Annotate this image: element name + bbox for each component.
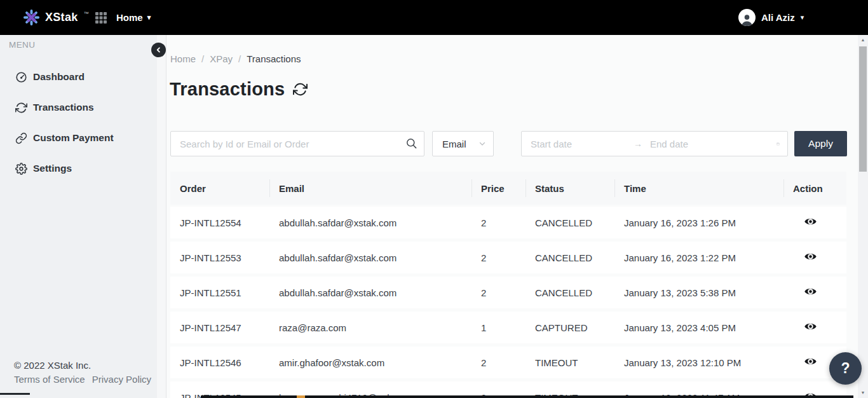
view-transaction-button[interactable]	[804, 215, 817, 228]
view-transaction-button[interactable]	[804, 355, 817, 368]
page-title-row: Transactions	[170, 79, 308, 100]
scroll-down-arrow-icon[interactable]: ▼	[858, 390, 868, 395]
column-header-email: Email	[269, 172, 471, 205]
column-header-status: Status	[526, 172, 614, 205]
cell-status: CANCELLED	[526, 252, 614, 263]
avatar	[738, 9, 756, 26]
start-date-input[interactable]	[531, 139, 634, 149]
cell-order: JP-INTL12553	[170, 252, 269, 263]
sidebar-item-label: Dashboard	[33, 71, 85, 83]
scroll-up-arrow-icon[interactable]: ▲	[858, 38, 868, 42]
cell-order: JP-INTL12554	[170, 217, 269, 228]
column-header-action: Action	[783, 172, 846, 205]
cell-status: CANCELLED	[526, 217, 614, 228]
privacy-policy-link[interactable]: Privacy Policy	[92, 374, 151, 385]
breadcrumb: Home / XPay / Transactions	[170, 53, 301, 64]
cell-time: January 16, 2023 1:22 PM	[614, 252, 783, 263]
sidebar-item-settings[interactable]: Settings	[0, 160, 153, 177]
table-row: JP-INTL12551 abdullah.safdar@xstak.com 2…	[170, 277, 846, 308]
column-header-time: Time	[614, 172, 783, 205]
column-header-order: Order	[170, 172, 269, 205]
search-type-selected-value: Email	[442, 139, 466, 149]
calendar-icon	[776, 139, 780, 149]
cell-email: abdullah.safdar@xstak.com	[269, 287, 471, 298]
copyright-text: © 2022 XStak Inc.	[14, 360, 91, 371]
chevron-down-icon: ▾	[801, 13, 804, 22]
cell-order: JP-INTL12546	[170, 357, 269, 368]
sidebar-item-custom-payment[interactable]: Custom Payment	[0, 130, 153, 146]
user-menu[interactable]: Ali Aziz ▾	[738, 0, 804, 35]
sidebar-menu-label: MENU	[9, 40, 35, 50]
breadcrumb-xpay[interactable]: XPay	[210, 53, 233, 64]
eye-icon	[804, 215, 817, 228]
horizontal-scrollbar-marker	[297, 395, 305, 398]
refresh-button[interactable]	[293, 82, 308, 97]
breadcrumb-home[interactable]: Home	[170, 53, 196, 64]
table-header: Order Email Price Status Time Action	[170, 172, 846, 205]
brand-logo[interactable]: XStak™	[23, 0, 88, 35]
sidebar: MENU Dashboard Transactions Custom Payme	[0, 35, 166, 398]
eye-icon	[804, 320, 817, 333]
cell-price: 2	[471, 252, 526, 263]
cell-action	[783, 320, 846, 335]
table-body: JP-INTL12554 abdullah.safdar@xstak.com 2…	[170, 207, 846, 398]
table-row: JP-INTL12553 abdullah.safdar@xstak.com 2…	[170, 242, 846, 273]
sidebar-item-dashboard[interactable]: Dashboard	[0, 69, 153, 85]
end-date-input[interactable]	[650, 139, 776, 149]
cell-status: TIMEOUT	[526, 357, 614, 368]
dashboard-gauge-icon	[15, 71, 27, 83]
sidebar-item-transactions[interactable]: Transactions	[0, 99, 153, 116]
date-range-picker[interactable]: →	[521, 131, 788, 156]
app-window: XStak™ Home ▾ Ali Aziz ▾	[0, 0, 868, 398]
column-header-price: Price	[471, 172, 526, 205]
sidebar-footer-links: Terms of Service Privacy Policy	[14, 374, 151, 385]
range-arrow-icon: →	[634, 139, 642, 149]
view-transaction-button[interactable]	[804, 320, 817, 333]
sidebar-collapse-button[interactable]	[151, 43, 166, 57]
view-transaction-button[interactable]	[804, 285, 817, 298]
eye-icon	[804, 285, 817, 298]
cell-price: 2	[471, 217, 526, 228]
table-row: JP-INTL12554 abdullah.safdar@xstak.com 2…	[170, 207, 846, 238]
cell-action	[783, 250, 846, 265]
cell-email: amir.ghafoor@xstak.com	[269, 357, 471, 368]
view-transaction-button[interactable]	[804, 250, 817, 263]
cell-time: January 13, 2023 4:05 PM	[614, 322, 783, 333]
cell-action	[783, 215, 846, 230]
link-icon	[15, 132, 27, 144]
nav-home-label: Home	[116, 12, 143, 23]
cell-status: CAPTURED	[526, 322, 614, 333]
cell-order: JP-INTL12547	[170, 322, 269, 333]
cell-price: 1	[471, 322, 526, 333]
vertical-scrollbar-thumb[interactable]	[859, 46, 867, 172]
eye-icon	[804, 250, 817, 263]
cell-time: January 13, 2023 12:10 PM	[614, 357, 783, 368]
cell-price: 2	[471, 357, 526, 368]
apps-grid-icon[interactable]	[95, 11, 107, 24]
table-row: JP-INTL12547 raza@raza.com 1 CAPTURED Ja…	[170, 312, 846, 343]
grid-dots-icon	[95, 11, 107, 24]
help-button[interactable]: ?	[829, 352, 862, 385]
breadcrumb-current: Transactions	[247, 53, 301, 64]
chevron-left-icon	[155, 46, 162, 53]
search-box	[170, 131, 424, 156]
cell-status: CANCELLED	[526, 287, 614, 298]
sidebar-scrollbar-track[interactable]	[157, 35, 166, 398]
search-input[interactable]	[170, 131, 424, 156]
apply-button[interactable]: Apply	[794, 131, 847, 156]
page-title: Transactions	[170, 79, 285, 100]
breadcrumb-separator: /	[201, 53, 204, 64]
eye-icon	[804, 355, 817, 368]
chevron-down-icon: ▾	[147, 13, 151, 22]
sidebar-item-label: Custom Payment	[33, 132, 114, 144]
nav-home-menu[interactable]: Home ▾	[116, 0, 151, 35]
search-icon[interactable]	[405, 137, 417, 149]
cell-order: JP-INTL12551	[170, 287, 269, 298]
person-icon	[740, 13, 754, 26]
user-name: Ali Aziz	[761, 12, 795, 23]
cell-email: abdullah.safdar@xstak.com	[269, 252, 471, 263]
sidebar-horizontal-scrollbar-thumb[interactable]	[0, 393, 30, 395]
top-navbar: XStak™ Home ▾ Ali Aziz ▾	[0, 0, 868, 35]
terms-of-service-link[interactable]: Terms of Service	[14, 374, 85, 385]
search-type-select[interactable]: Email	[432, 131, 494, 156]
